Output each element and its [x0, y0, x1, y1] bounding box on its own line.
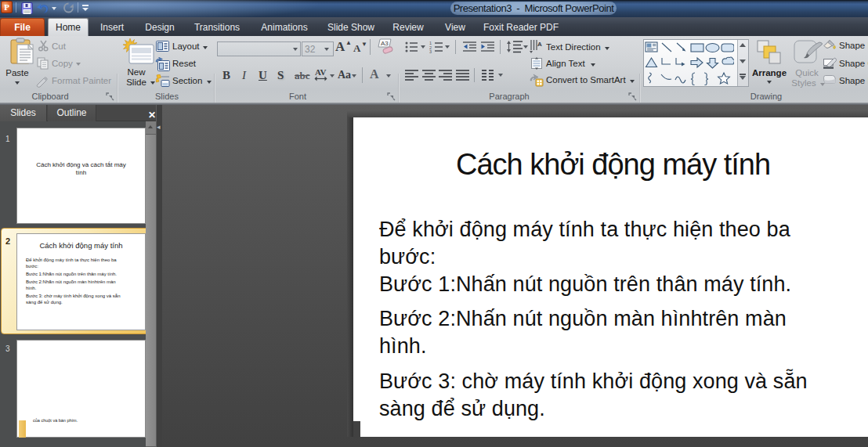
svg-text:3: 3	[429, 49, 432, 53]
svg-text:A3: A3	[381, 40, 389, 47]
svg-text:A: A	[537, 41, 542, 48]
